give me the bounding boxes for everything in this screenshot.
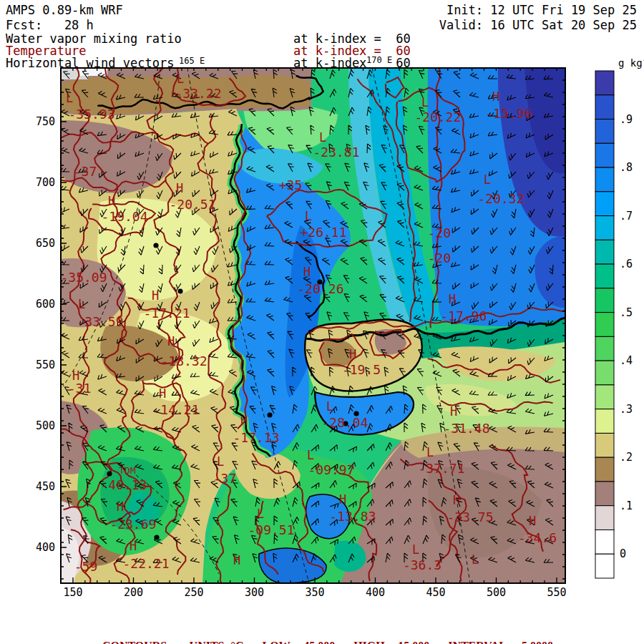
contour-info-line: CONTOURS:UNITS=°CLOW= -45.000HIGH= -15.0… [0,627,644,644]
extremum-value: -28.04 [321,415,368,430]
x-tick-label: 350 [305,586,324,599]
y-tick-label: 600 [36,298,55,311]
extremum-value: -20 [428,225,452,240]
extremum-value: -09.51 [248,522,294,537]
colorbar-segment [595,433,614,457]
extremum-marker: L [426,445,434,459]
extremum-value: +26.11 [300,225,346,240]
extremum-marker: L [257,507,264,521]
colorbar-segment [595,192,614,216]
extremum-value: -22.21 [122,556,169,571]
colorbar-segment [595,119,614,144]
y-tick-label: 550 [36,358,55,371]
y-tick-label: 750 [36,115,55,128]
extremum-value: -20.26 [297,281,343,296]
extremum-marker: H [159,386,166,401]
extremum-value: -40.13 [100,477,147,492]
colorbar-segment [595,288,614,313]
colorbar-tick-label: .1 [620,499,633,512]
colorbar-tick-label: .9 [620,113,633,126]
extremum-value: -17.21 [143,306,190,321]
colorbar-segment [595,506,614,530]
colorbar-segment [595,530,614,554]
extremum-value: -20.22 [414,109,461,125]
extremum-value: -20 [428,250,452,265]
x-tick-label: 150 [63,586,82,599]
colorbar-tick-label: .7 [620,210,633,223]
extremum-value: -37 [213,471,237,486]
extremum-value: -37.71 [418,461,464,476]
extremum-marker: H [152,288,159,303]
x-tick-label: 250 [184,586,203,599]
extremum-marker: L [421,95,429,109]
map-layers: L-33.22L-35.93-37H-20.51H-19.04+35L+26.1… [60,68,566,585]
extremum-marker: H [233,553,240,567]
station-dot [153,243,158,248]
extremum-marker: L [217,454,224,469]
extremum-marker: L [472,552,479,567]
extremum-marker: L [78,297,85,311]
colorbar-tick-label: .2 [620,451,633,464]
extremum-value: -59 [74,559,98,574]
amps-wrf-plot-page: AMPS 0.89-km WRF Fcst: 28 h Init: 12 UTC… [0,0,644,644]
colorbar-segment [595,482,614,506]
extremum-value: -19.04 [101,209,147,224]
extremum-value: -17.96 [440,308,487,323]
station-dot [107,471,112,476]
colorbar-segment [595,95,614,119]
colorbar-tick-label: .6 [620,258,633,270]
colorbar-segment [595,71,614,95]
colorbar-tick-label: 0 [620,547,626,560]
y-tick-label: 450 [36,480,55,493]
extremum-marker: L [319,130,326,145]
station-label: TDM [119,465,136,476]
colorbar-segment [595,385,614,409]
colorbar-tick-label: .4 [620,354,633,367]
extremum-marker: L [177,72,184,86]
colorbar: .9.8.7.6.5.4.3.2.10g kg-1 [595,56,644,578]
extremum-marker: L [307,448,314,462]
extremum-marker: H [450,404,457,419]
extremum-marker: H [176,181,183,195]
extremum-marker: H [117,499,124,514]
extremum-value: -15.96 [485,106,532,121]
contours-high: HIGH= -15.000 [353,640,429,644]
station-dot [154,535,159,540]
colorbar-unit: g kg-1 [618,56,644,69]
extremum-marker: L [66,91,73,105]
extremum-marker: L [412,542,419,557]
extremum-value: -35.09 [60,270,107,285]
x-tick-label: 500 [487,586,506,599]
x-tick-label: 550 [547,586,566,599]
extremum-marker: H [529,514,536,528]
extremum-value: -36.3 [403,557,441,572]
station-dot [267,412,272,417]
y-tick-label: 650 [36,237,55,250]
extremum-value: +35 [279,177,303,192]
extremum-value: -31.48 [443,421,489,436]
extremum-value: -19.5 [342,362,381,377]
extremum-value: -31 [68,381,92,396]
extremum-value: -34.6 [518,530,557,545]
y-tick-label: 500 [36,419,55,432]
extremum-marker: H [492,89,499,104]
extremum-value: -23.69 [109,517,156,532]
extremum-value: -13.83 [329,509,376,524]
extremum-value: -20.32 [477,191,524,206]
extremum-value: -09.97 [308,462,354,477]
x-tick-label: 450 [426,586,445,599]
y-tick-label: 700 [36,176,55,189]
contours-prefix: CONTOURS: [102,640,171,644]
extremum-marker: H [108,194,115,208]
contours-units: UNITS=°C [190,640,244,644]
contours-low: LOW= -45.000 [263,640,336,644]
contours-interval: INTERVAL= 5.0000 [448,640,553,644]
extremum-marker: L [305,209,312,223]
extremum-value: -20.51 [169,197,215,212]
extremum-marker: H [303,265,311,279]
colorbar-segment [595,457,614,482]
colorbar-segment [595,167,614,192]
extremum-marker: H [167,334,175,348]
extremum-value: -37 [74,164,97,179]
weather-map-canvas: L-33.22L-35.93-37H-20.51H-19.04+35L+26.1… [0,0,644,644]
